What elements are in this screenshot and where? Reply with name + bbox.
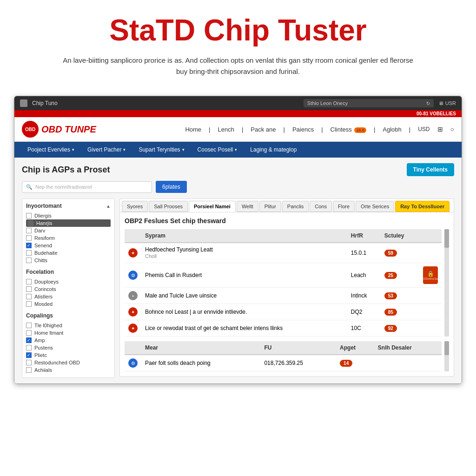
section-nav-laging[interactable]: Laging & mateglop — [245, 142, 302, 158]
sidebar-item-mosded[interactable]: Mosded — [26, 300, 111, 308]
nav-packane[interactable]: Pack ane — [251, 126, 276, 133]
cell-sypram: Bohnce nol Least | a ur ennvide intlievd… — [141, 304, 347, 320]
checkbox-douploeys[interactable] — [26, 279, 32, 284]
tab-ray-to-desslluoer[interactable]: Ray To Desslluoer — [395, 201, 450, 212]
sidebar-item-plietc[interactable]: ✓ Plietc — [26, 351, 111, 359]
col-icon-header2 — [125, 341, 141, 355]
sidebar-section-inyoortomant[interactable]: Inyoortomant ▲ — [26, 203, 111, 209]
status-badge: 85 — [384, 309, 397, 316]
sidebar-item-hanrjis[interactable]: Hanrjis — [26, 219, 111, 227]
nav-home[interactable]: Home — [185, 126, 201, 133]
cell-sypram: Hedfoeched Tyunsing LeattCholl — [141, 243, 347, 263]
nav-currency[interactable]: USD — [418, 126, 430, 132]
checkbox-corincots[interactable] — [26, 286, 32, 292]
checkbox-home[interactable] — [26, 330, 32, 336]
sidebar-item-home[interactable]: Home ltmant — [26, 329, 111, 337]
cell-sctuley: 85 — [381, 304, 419, 320]
lock-icon: 🔒 SSvenz1a — [423, 266, 438, 284]
site-logo[interactable]: OBD OBD TUNPE — [22, 121, 96, 138]
nav-aglobh[interactable]: Aglobh — [383, 126, 401, 133]
tab-plitur[interactable]: Plitur — [259, 201, 281, 212]
checkbox-budehaite[interactable] — [26, 250, 32, 256]
nav-lench[interactable]: Lench — [218, 126, 234, 133]
nav-paiencs[interactable]: Paiencs — [292, 126, 314, 133]
checkbox-plietc[interactable]: ✓ — [26, 352, 32, 358]
nav-clintess[interactable]: Clintess 16.6 — [331, 126, 366, 133]
checkbox-resiform[interactable] — [26, 235, 32, 241]
chevron-down-icon: ▾ — [235, 147, 237, 152]
update-button[interactable]: 6plates — [156, 181, 187, 193]
sidebar-item-douploeys[interactable]: Douploeys — [26, 278, 111, 285]
cell-hrfr: 10C — [347, 320, 381, 337]
sidebar-section-copalings[interactable]: Copalings — [26, 312, 111, 319]
tab-cons[interactable]: Cons — [310, 201, 332, 212]
cell-action — [419, 320, 442, 337]
tab-panclis[interactable]: Panclis — [282, 201, 309, 212]
section-nav-evervlies[interactable]: Pooject Evervlies ▾ — [22, 142, 80, 158]
tab-flore[interactable]: Flore — [333, 201, 355, 212]
cell-sypram: Phemis Call in Rusdert — [141, 263, 347, 288]
section-nav-laging-label: Laging & mateglop — [250, 146, 297, 153]
scrollbar2[interactable] — [444, 341, 449, 371]
section-nav-terynlties[interactable]: Supart Terynlties ▾ — [133, 142, 190, 158]
sidebar-item-corincots[interactable]: Corincots — [26, 285, 111, 293]
sidebar-item-tle[interactable]: Tle l0highed — [26, 322, 111, 329]
cell-sypram: Male and Tuicle Lave uinsice — [141, 288, 347, 304]
checkbox-senend[interactable]: ✓ — [26, 243, 32, 248]
sidebar-item-senend[interactable]: ✓ Senend — [26, 242, 111, 249]
chevron-down-icon: ▾ — [123, 147, 126, 152]
sidebar-item-chitts[interactable]: Chitts — [26, 257, 111, 264]
cell-apget: 14 — [336, 355, 374, 371]
notification-bar: 00-81 VOBELLIES — [14, 110, 462, 117]
scrollbar[interactable] — [444, 229, 449, 337]
tiny-cellents-button[interactable]: Tiny Cellents — [407, 163, 454, 176]
tab-orte-serices[interactable]: Orte Serices — [356, 201, 394, 212]
sidebar-item-achiials[interactable]: Achiials — [26, 366, 111, 374]
checkbox-hanrjis[interactable] — [28, 220, 33, 226]
cell-action — [419, 243, 442, 263]
search-input-wrap[interactable]: 🔍 Nep the nomnfiradivasrel — [22, 181, 152, 193]
sidebar-item-darv[interactable]: Darv — [26, 227, 111, 234]
col-icon-header — [125, 229, 141, 243]
checkbox-achiials[interactable] — [26, 367, 32, 373]
checkbox-mosded[interactable] — [26, 301, 32, 307]
tab-sall-prooses[interactable]: Sall Prooses — [149, 201, 188, 212]
sidebar-item-budehaite[interactable]: Budehaite — [26, 249, 111, 257]
table-row: ⚙ Phemis Call in Rusdert Leach 25 🔒 SSve… — [125, 263, 442, 288]
table-row: ⚙ Paer folt solls deach poing 018,726.35… — [125, 355, 442, 371]
checkbox-dliergis[interactable] — [26, 213, 32, 218]
tab-weltt[interactable]: Weltt — [237, 201, 258, 212]
sidebar-item-dliergis[interactable]: Dliergis — [26, 212, 111, 219]
checkbox-chitts[interactable] — [26, 258, 32, 263]
address-text: Sthlo Leon Onecy — [307, 100, 348, 106]
col-action-header — [419, 229, 442, 243]
sidebar-item-amp[interactable]: ✓ Amp — [26, 337, 111, 344]
checkbox-amp[interactable]: ✓ — [26, 337, 32, 343]
section-nav-posell-label: Coosec Posell — [198, 146, 233, 153]
refresh-icon[interactable]: ↻ — [426, 101, 430, 106]
checkbox-restodunched[interactable] — [26, 360, 32, 365]
checkbox-tle[interactable] — [26, 323, 32, 328]
checkbox-pustens[interactable] — [26, 345, 32, 350]
tab-syores[interactable]: Syores — [122, 201, 148, 212]
sidebar-item-pustens[interactable]: Pustens — [26, 344, 111, 351]
col-mear-header: Mear — [141, 341, 260, 355]
sidebar-item-resiform[interactable]: Resiform — [26, 234, 111, 242]
tab-porsieel-namei[interactable]: Porsieel Namei — [189, 201, 236, 212]
status-badge: 59 — [384, 250, 397, 257]
section-nav-posell[interactable]: Coosec Posell ▾ — [192, 142, 243, 158]
section-nav: Pooject Evervlies ▾ Givert Pacher ▾ Supa… — [14, 142, 462, 158]
section-nav-pacher[interactable]: Givert Pacher ▾ — [82, 142, 131, 158]
cell-hrfr: Intlnck — [347, 288, 381, 304]
checkbox-darv[interactable] — [26, 228, 32, 233]
nav-grid-icon[interactable]: ⊞ — [437, 126, 443, 133]
nav-circle-icon[interactable]: ○ — [450, 126, 454, 133]
sidebar-item-atistlers[interactable]: Atistlers — [26, 293, 111, 300]
sidebar-item-restodunched[interactable]: Restodunched OBD — [26, 359, 111, 366]
sidebar-section-focelation[interactable]: Focelation — [26, 269, 111, 275]
col-hrfr-header: HrfR — [347, 229, 381, 243]
address-bar[interactable]: Sthlo Leon Onecy ↻ — [304, 99, 434, 107]
col-apget-header: Apget — [336, 341, 374, 355]
checkbox-atistlers[interactable] — [26, 294, 32, 299]
table-row: ✦ Hedfoeched Tyunsing LeattCholl 15.0.1 … — [125, 243, 442, 263]
